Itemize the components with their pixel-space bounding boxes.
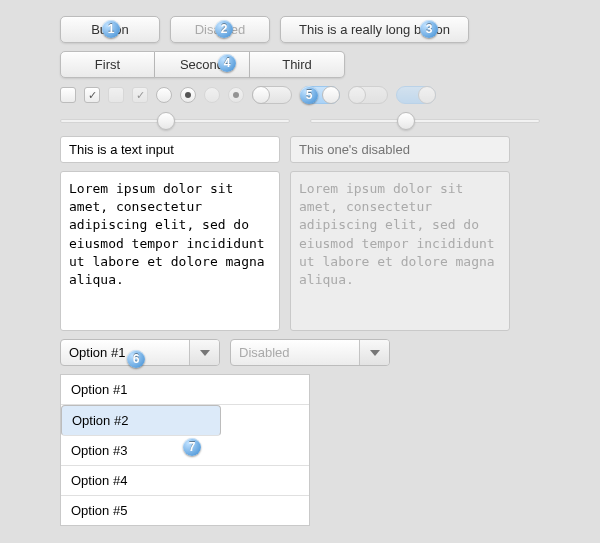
textarea[interactable] [60,171,280,331]
text-input[interactable] [60,136,280,163]
radio-unchecked[interactable] [156,87,172,103]
list-item[interactable]: Option #2 [61,405,221,436]
list-item[interactable]: Option #4 [61,466,309,496]
radio-checked[interactable] [180,87,196,103]
segment-first[interactable]: First [60,51,155,78]
callout-5: 5 [300,86,318,104]
segment-third[interactable]: Third [250,51,345,78]
select-disabled: Disabled [230,339,390,366]
callout-1: 1 [102,20,120,38]
select-disabled-value: Disabled [231,340,359,365]
toggle-off[interactable] [252,86,292,104]
list-item[interactable]: Option #1 [61,375,309,405]
select-arrow[interactable] [189,340,219,365]
chevron-down-icon [370,350,380,356]
segmented-control: First Second Third [60,51,345,78]
textarea-disabled [290,171,510,331]
checkbox-disabled-checked: ✓ [132,87,148,103]
select-disabled-arrow [359,340,389,365]
callout-7: 7 [183,438,201,456]
select-value: Option #1 [61,340,189,365]
checkbox-disabled-unchecked [108,87,124,103]
chevron-down-icon [200,350,210,356]
toggle-on-disabled [396,86,436,104]
toggle-off-disabled [348,86,388,104]
checkbox-checked[interactable]: ✓ [84,87,100,103]
callout-3: 3 [420,20,438,38]
callout-2: 2 [215,20,233,38]
slider-2[interactable] [310,114,540,128]
radio-disabled-checked [228,87,244,103]
callout-6: 6 [127,350,145,368]
callout-4: 4 [218,54,236,72]
checkbox-unchecked[interactable] [60,87,76,103]
radio-disabled-unchecked [204,87,220,103]
slider-1[interactable] [60,114,290,128]
list-item[interactable]: Option #5 [61,496,309,525]
text-input-disabled [290,136,510,163]
button-3-long[interactable]: This is a really long button [280,16,469,43]
